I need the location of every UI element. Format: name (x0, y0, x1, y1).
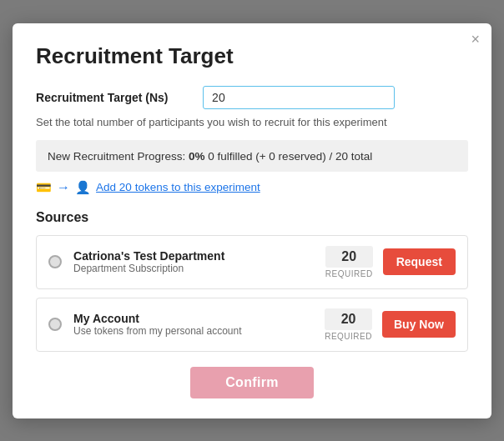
source-radio-department[interactable] (48, 255, 62, 268)
add-tokens-row[interactable]: 💳 → 👤 Add 20 tokens to this experiment (36, 180, 468, 195)
recruitment-target-input[interactable] (203, 86, 395, 109)
progress-detail: 0 fulfilled (+ 0 reserved) / 20 total (208, 150, 372, 163)
source-card-account: My Account Use tokens from my personal a… (36, 298, 468, 352)
credit-card-icon: 💳 (36, 180, 52, 195)
source-required-department: 20 REQUIRED (325, 246, 373, 278)
modal-dialog: × Recruitment Target Recruitment Target … (13, 23, 491, 418)
source-name-department: Catriona's Test Department (73, 249, 325, 263)
progress-bar: New Recruitment Progress: 0% 0 fulfilled… (36, 140, 468, 172)
arrow-right-icon: → (57, 180, 70, 195)
source-required-label-account: REQUIRED (325, 332, 372, 341)
field-row: Recruitment Target (Ns) (36, 86, 468, 109)
source-required-num-account: 20 (325, 308, 372, 330)
field-hint: Set the total number of participants you… (36, 116, 468, 128)
add-tokens-link[interactable]: Add 20 tokens to this experiment (96, 181, 260, 193)
progress-label: New Recruitment Progress: (48, 150, 185, 163)
modal-footer: Confirm (36, 367, 468, 398)
person-icon: 👤 (75, 180, 91, 195)
source-card-department: Catriona's Test Department Department Su… (36, 235, 468, 289)
source-sub-department: Department Subscription (73, 263, 325, 274)
confirm-button[interactable]: Confirm (190, 367, 313, 398)
request-button[interactable]: Request (383, 248, 456, 275)
source-required-num-department: 20 (325, 246, 373, 268)
modal-title: Recruitment Target (36, 43, 468, 69)
source-required-label-department: REQUIRED (325, 269, 373, 278)
source-required-account: 20 REQUIRED (325, 308, 372, 341)
source-radio-account[interactable] (48, 318, 62, 331)
field-label: Recruitment Target (Ns) (36, 91, 203, 104)
source-sub-account: Use tokens from my personal account (73, 325, 325, 337)
progress-text: New Recruitment Progress: 0% 0 fulfilled… (48, 150, 372, 163)
source-info-account: My Account Use tokens from my personal a… (73, 312, 325, 337)
buy-now-button[interactable]: Buy Now (382, 311, 456, 338)
sources-title: Sources (36, 210, 468, 225)
source-name-account: My Account (73, 312, 325, 325)
close-button[interactable]: × (471, 32, 480, 47)
source-info-department: Catriona's Test Department Department Su… (73, 249, 325, 274)
progress-percent: 0% (189, 150, 205, 163)
